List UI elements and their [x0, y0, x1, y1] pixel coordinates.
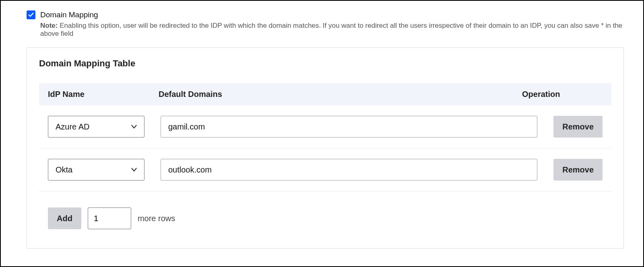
feature-note: Note: Enabling this option, user will be…: [40, 22, 624, 38]
more-rows-label: more rows: [138, 214, 175, 223]
domain-input[interactable]: [161, 159, 537, 181]
domain-mapping-panel: Domain Mapping Table IdP Name Default Do…: [27, 47, 624, 249]
note-prefix: Note:: [40, 22, 58, 29]
domain-mapping-checkbox[interactable]: [27, 10, 35, 19]
add-count-input[interactable]: [88, 207, 131, 229]
column-operation: Operation: [522, 90, 603, 99]
column-default-domains: Default Domains: [159, 90, 522, 99]
check-icon: [28, 12, 34, 18]
table-header: IdP Name Default Domains Operation: [39, 83, 611, 105]
page-frame: Domain Mapping Note: Enabling this optio…: [0, 0, 644, 267]
feature-label: Domain Mapping: [40, 10, 98, 19]
remove-button[interactable]: Remove: [553, 159, 603, 181]
add-button[interactable]: Add: [48, 207, 81, 229]
idp-select-value: Azure AD: [56, 122, 89, 131]
add-row-section: Add more rows: [39, 207, 611, 229]
table-row: Azure AD Remove: [39, 105, 611, 148]
idp-select-value: Okta: [56, 165, 72, 175]
domain-input[interactable]: [161, 116, 537, 138]
note-text: Enabling this option, user will be redir…: [40, 22, 622, 37]
table-row: Okta Remove: [39, 148, 611, 191]
idp-select[interactable]: Okta: [48, 159, 144, 181]
idp-select[interactable]: Azure AD: [48, 116, 144, 138]
column-idp-name: IdP Name: [48, 90, 159, 99]
remove-button[interactable]: Remove: [553, 116, 603, 138]
chevron-down-icon: [130, 123, 138, 130]
feature-header: Domain Mapping: [27, 10, 624, 19]
panel-title: Domain Mapping Table: [39, 58, 611, 69]
chevron-down-icon: [130, 166, 138, 173]
